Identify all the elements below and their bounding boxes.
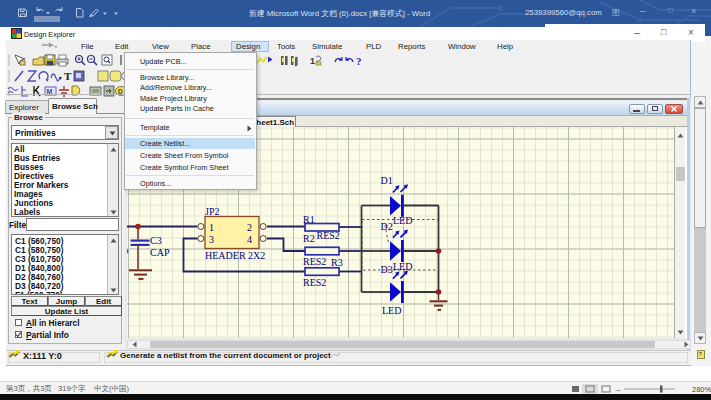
svg-text:D2: D2 <box>381 221 393 232</box>
svg-text:CAP: CAP <box>150 247 170 258</box>
svg-text:D1: D1 <box>381 175 393 186</box>
svg-text:–: – <box>616 385 621 394</box>
svg-text:RES2: RES2 <box>317 230 340 241</box>
svg-text:?: ? <box>356 55 362 67</box>
svg-text:1: 1 <box>310 56 315 66</box>
svg-text:HEADER 2X2: HEADER 2X2 <box>205 250 265 261</box>
svg-text:1: 1 <box>209 222 214 233</box>
svg-text:LED: LED <box>382 305 401 316</box>
svg-text:280%: 280% <box>692 385 711 394</box>
svg-text:RES2: RES2 <box>303 256 326 267</box>
svg-text:P: P <box>127 247 129 258</box>
svg-text:3: 3 <box>209 234 214 245</box>
svg-text:D3: D3 <box>381 264 393 275</box>
svg-text:R2: R2 <box>303 233 315 244</box>
svg-text:C3: C3 <box>150 235 162 246</box>
svg-text:JP2: JP2 <box>205 206 219 217</box>
svg-text:LED: LED <box>393 215 412 226</box>
svg-text:2: 2 <box>247 222 252 233</box>
svg-text:T: T <box>64 70 72 82</box>
svg-text:R1: R1 <box>303 214 315 225</box>
svg-text:LED: LED <box>393 261 412 272</box>
svg-text:4: 4 <box>247 234 252 245</box>
svg-text:RES2: RES2 <box>303 277 326 288</box>
svg-text:R3: R3 <box>331 257 343 268</box>
